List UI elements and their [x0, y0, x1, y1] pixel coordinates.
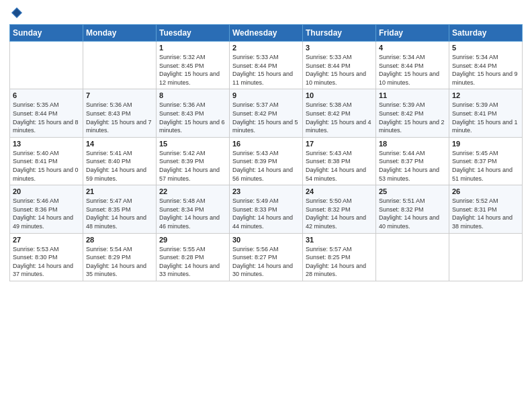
calendar-cell: 3Sunrise: 5:33 AM Sunset: 8:44 PM Daylig…	[303, 42, 376, 89]
calendar-cell: 21Sunrise: 5:47 AM Sunset: 8:35 PM Dayli…	[83, 185, 157, 233]
day-info: Sunrise: 5:44 AM Sunset: 8:37 PM Dayligh…	[379, 149, 446, 183]
day-number: 8	[159, 91, 226, 99]
calendar-cell: 6Sunrise: 5:35 AM Sunset: 8:44 PM Daylig…	[10, 89, 83, 137]
calendar-week-5: 27Sunrise: 5:53 AM Sunset: 8:30 PM Dayli…	[10, 233, 523, 281]
day-number: 31	[306, 236, 373, 244]
day-info: Sunrise: 5:45 AM Sunset: 8:37 PM Dayligh…	[452, 149, 519, 183]
day-info: Sunrise: 5:57 AM Sunset: 8:25 PM Dayligh…	[306, 245, 373, 279]
day-info: Sunrise: 5:36 AM Sunset: 8:43 PM Dayligh…	[86, 101, 153, 134]
day-info: Sunrise: 5:43 AM Sunset: 8:38 PM Dayligh…	[306, 149, 373, 183]
day-number: 14	[86, 140, 153, 148]
day-info: Sunrise: 5:48 AM Sunset: 8:34 PM Dayligh…	[159, 197, 226, 230]
weekday-header-wednesday: Wednesday	[230, 25, 303, 42]
calendar-cell: 15Sunrise: 5:42 AM Sunset: 8:39 PM Dayli…	[157, 137, 230, 185]
weekday-header-saturday: Saturday	[449, 25, 523, 42]
calendar-cell	[376, 233, 449, 281]
day-number: 7	[86, 91, 153, 99]
calendar-cell: 10Sunrise: 5:38 AM Sunset: 8:42 PM Dayli…	[303, 89, 376, 137]
calendar-cell: 30Sunrise: 5:56 AM Sunset: 8:27 PM Dayli…	[230, 233, 303, 281]
day-info: Sunrise: 5:47 AM Sunset: 8:35 PM Dayligh…	[86, 197, 153, 230]
calendar-cell: 28Sunrise: 5:54 AM Sunset: 8:29 PM Dayli…	[83, 233, 157, 281]
day-number: 13	[13, 140, 80, 148]
day-number: 5	[452, 44, 519, 52]
calendar-cell: 7Sunrise: 5:36 AM Sunset: 8:43 PM Daylig…	[83, 89, 157, 137]
day-info: Sunrise: 5:42 AM Sunset: 8:39 PM Dayligh…	[159, 149, 226, 183]
weekday-header-sunday: Sunday	[10, 25, 83, 42]
day-info: Sunrise: 5:39 AM Sunset: 8:41 PM Dayligh…	[452, 101, 519, 134]
day-number: 17	[306, 140, 373, 148]
calendar-cell: 22Sunrise: 5:48 AM Sunset: 8:34 PM Dayli…	[157, 185, 230, 233]
day-number: 11	[379, 91, 446, 99]
calendar-cell: 4Sunrise: 5:34 AM Sunset: 8:44 PM Daylig…	[376, 42, 449, 89]
calendar-cell	[10, 42, 83, 89]
day-number: 15	[159, 140, 226, 148]
calendar-week-4: 20Sunrise: 5:46 AM Sunset: 8:36 PM Dayli…	[10, 185, 523, 233]
calendar-cell: 9Sunrise: 5:37 AM Sunset: 8:42 PM Daylig…	[230, 89, 303, 137]
calendar-week-1: 1Sunrise: 5:32 AM Sunset: 8:45 PM Daylig…	[10, 42, 523, 89]
day-info: Sunrise: 5:50 AM Sunset: 8:32 PM Dayligh…	[306, 197, 373, 230]
day-info: Sunrise: 5:54 AM Sunset: 8:29 PM Dayligh…	[86, 245, 153, 279]
day-number: 22	[159, 187, 226, 195]
calendar-cell: 20Sunrise: 5:46 AM Sunset: 8:36 PM Dayli…	[10, 185, 83, 233]
day-number: 26	[452, 187, 519, 195]
weekday-header-tuesday: Tuesday	[157, 25, 230, 42]
day-info: Sunrise: 5:38 AM Sunset: 8:42 PM Dayligh…	[306, 101, 373, 134]
calendar-cell: 18Sunrise: 5:44 AM Sunset: 8:37 PM Dayli…	[376, 137, 449, 185]
day-number: 30	[232, 236, 300, 244]
calendar-cell: 27Sunrise: 5:53 AM Sunset: 8:30 PM Dayli…	[10, 233, 83, 281]
calendar-cell: 12Sunrise: 5:39 AM Sunset: 8:41 PM Dayli…	[449, 89, 523, 137]
day-number: 2	[232, 44, 300, 52]
day-info: Sunrise: 5:43 AM Sunset: 8:39 PM Dayligh…	[232, 149, 300, 183]
day-number: 1	[159, 44, 226, 52]
calendar-cell: 2Sunrise: 5:33 AM Sunset: 8:44 PM Daylig…	[230, 42, 303, 89]
day-info: Sunrise: 5:41 AM Sunset: 8:40 PM Dayligh…	[86, 149, 153, 183]
calendar-cell: 13Sunrise: 5:40 AM Sunset: 8:41 PM Dayli…	[10, 137, 83, 185]
day-info: Sunrise: 5:49 AM Sunset: 8:33 PM Dayligh…	[232, 197, 300, 230]
day-number: 9	[232, 91, 300, 99]
day-info: Sunrise: 5:32 AM Sunset: 8:45 PM Dayligh…	[159, 53, 226, 87]
logo-flag-icon	[11, 7, 23, 19]
weekday-header-monday: Monday	[83, 25, 157, 42]
day-info: Sunrise: 5:37 AM Sunset: 8:42 PM Dayligh…	[232, 101, 300, 134]
calendar-table: SundayMondayTuesdayWednesdayThursdayFrid…	[9, 24, 523, 281]
day-info: Sunrise: 5:40 AM Sunset: 8:41 PM Dayligh…	[13, 149, 80, 183]
day-info: Sunrise: 5:52 AM Sunset: 8:31 PM Dayligh…	[452, 197, 519, 230]
day-number: 28	[86, 236, 153, 244]
calendar-cell: 25Sunrise: 5:51 AM Sunset: 8:32 PM Dayli…	[376, 185, 449, 233]
svg-marker-1	[13, 9, 21, 17]
day-info: Sunrise: 5:46 AM Sunset: 8:36 PM Dayligh…	[13, 197, 80, 230]
day-number: 19	[452, 140, 519, 148]
day-number: 3	[306, 44, 373, 52]
calendar-cell: 11Sunrise: 5:39 AM Sunset: 8:42 PM Dayli…	[376, 89, 449, 137]
day-info: Sunrise: 5:36 AM Sunset: 8:43 PM Dayligh…	[159, 101, 226, 134]
day-number: 18	[379, 140, 446, 148]
calendar-cell: 1Sunrise: 5:32 AM Sunset: 8:45 PM Daylig…	[157, 42, 230, 89]
day-number: 20	[13, 187, 80, 195]
day-info: Sunrise: 5:34 AM Sunset: 8:44 PM Dayligh…	[379, 53, 446, 87]
day-info: Sunrise: 5:33 AM Sunset: 8:44 PM Dayligh…	[232, 53, 300, 87]
calendar-cell: 19Sunrise: 5:45 AM Sunset: 8:37 PM Dayli…	[449, 137, 523, 185]
day-number: 6	[13, 91, 80, 99]
calendar-cell: 14Sunrise: 5:41 AM Sunset: 8:40 PM Dayli…	[83, 137, 157, 185]
calendar-cell: 31Sunrise: 5:57 AM Sunset: 8:25 PM Dayli…	[303, 233, 376, 281]
calendar-cell: 17Sunrise: 5:43 AM Sunset: 8:38 PM Dayli…	[303, 137, 376, 185]
day-number: 16	[232, 140, 300, 148]
calendar-cell: 26Sunrise: 5:52 AM Sunset: 8:31 PM Dayli…	[449, 185, 523, 233]
day-info: Sunrise: 5:33 AM Sunset: 8:44 PM Dayligh…	[306, 53, 373, 87]
weekday-header-thursday: Thursday	[303, 25, 376, 42]
day-number: 25	[379, 187, 446, 195]
day-info: Sunrise: 5:39 AM Sunset: 8:42 PM Dayligh…	[379, 101, 446, 134]
calendar-cell: 5Sunrise: 5:34 AM Sunset: 8:44 PM Daylig…	[449, 42, 523, 89]
day-info: Sunrise: 5:34 AM Sunset: 8:44 PM Dayligh…	[452, 53, 519, 87]
day-info: Sunrise: 5:56 AM Sunset: 8:27 PM Dayligh…	[232, 245, 300, 279]
calendar-cell	[449, 233, 523, 281]
day-number: 23	[232, 187, 300, 195]
day-number: 12	[452, 91, 519, 99]
day-number: 10	[306, 91, 373, 99]
calendar-cell: 29Sunrise: 5:55 AM Sunset: 8:28 PM Dayli…	[157, 233, 230, 281]
weekday-header-friday: Friday	[376, 25, 449, 42]
day-info: Sunrise: 5:51 AM Sunset: 8:32 PM Dayligh…	[379, 197, 446, 230]
calendar-cell: 24Sunrise: 5:50 AM Sunset: 8:32 PM Dayli…	[303, 185, 376, 233]
day-number: 29	[159, 236, 226, 244]
day-number: 24	[306, 187, 373, 195]
